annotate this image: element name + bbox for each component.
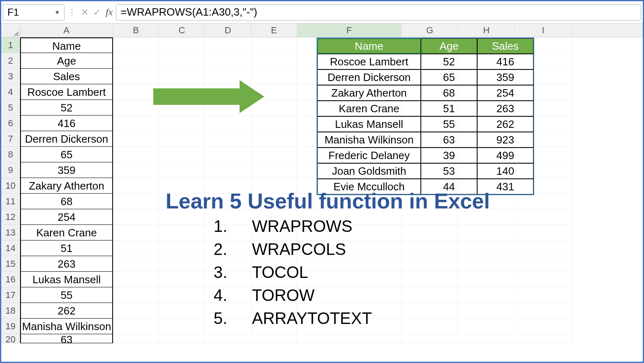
cell[interactable] [159,69,205,84]
cell[interactable] [402,272,458,287]
row-header[interactable]: 2 [1,53,20,69]
cell[interactable] [159,116,205,131]
col-header-B[interactable]: B [113,23,159,37]
cell[interactable] [458,319,515,334]
cell[interactable]: 52 [20,100,113,116]
row-header[interactable]: 16 [1,272,20,287]
cell[interactable] [113,194,159,209]
cell[interactable] [515,194,572,209]
cell[interactable] [113,256,159,272]
output-cell[interactable]: 51 [421,101,477,116]
cell[interactable] [113,319,159,334]
cell[interactable]: Lukas Mansell [20,272,113,287]
cell[interactable] [159,131,205,147]
cell[interactable] [402,225,458,240]
cell[interactable] [251,116,297,131]
row-header[interactable]: 6 [1,116,20,131]
cell[interactable] [113,178,159,194]
output-cell[interactable]: Joan Goldsmith [317,163,421,179]
col-header-I[interactable]: I [515,23,572,37]
cell[interactable]: 262 [20,303,113,319]
cell[interactable] [113,37,159,53]
output-cell[interactable]: 262 [477,116,533,132]
output-cell[interactable]: Roscoe Lambert [317,54,421,69]
output-cell[interactable]: 68 [421,85,477,101]
col-header-A[interactable]: A [20,23,113,37]
output-cell[interactable]: Lukas Mansell [317,116,421,132]
cell[interactable] [515,319,572,334]
row-header[interactable]: 3 [1,69,20,84]
cell[interactable] [113,334,159,343]
cell[interactable] [159,287,205,303]
row-header[interactable]: 17 [1,287,20,303]
row-header[interactable]: 11 [1,194,20,209]
output-cell[interactable]: 263 [477,101,533,116]
cell[interactable]: Name [20,37,113,53]
cell[interactable] [159,147,205,162]
cell[interactable] [515,287,572,303]
cell[interactable] [458,256,515,272]
output-cell[interactable]: 254 [477,85,533,101]
output-cell[interactable]: 52 [421,54,477,69]
cell[interactable] [515,303,572,319]
cancel-icon[interactable]: ✕ [81,7,88,18]
cell[interactable]: 65 [20,147,113,162]
cell[interactable] [113,287,159,303]
cell[interactable] [458,287,515,303]
cell[interactable] [113,303,159,319]
row-header[interactable]: 12 [1,209,20,225]
output-cell[interactable]: 65 [421,69,477,85]
cell[interactable] [159,53,205,69]
cell[interactable]: Karen Crane [20,225,113,240]
row-header[interactable]: 1 [1,37,20,53]
cell[interactable] [113,225,159,240]
cell[interactable] [402,334,458,343]
spreadsheet-grid[interactable]: A B C D E F G H I 1Name2Age3Sales4Roscoe… [1,23,643,362]
cell[interactable] [515,225,572,240]
cell[interactable] [251,131,297,147]
cell[interactable] [251,147,297,162]
cell[interactable]: 63 [20,334,113,343]
col-header-H[interactable]: H [458,23,515,37]
row-header[interactable]: 20 [1,334,20,343]
cell[interactable] [159,256,205,272]
cell[interactable] [159,162,205,178]
cell[interactable] [113,53,159,69]
cell[interactable]: 55 [20,287,113,303]
cell[interactable] [515,272,572,287]
accept-icon[interactable]: ✓ [93,7,101,18]
cell[interactable] [205,131,251,147]
cell[interactable]: 51 [20,240,113,256]
output-cell[interactable]: 416 [477,54,533,69]
cell[interactable]: Derren Dickerson [20,131,113,147]
select-all-corner[interactable] [1,23,20,37]
cell[interactable] [251,334,297,343]
row-header[interactable]: 8 [1,147,20,162]
cell[interactable] [113,69,159,84]
cell[interactable] [113,162,159,178]
col-header-C[interactable]: C [159,23,205,37]
cell[interactable]: Manisha Wilkinson [20,319,113,334]
cell[interactable] [205,147,251,162]
cell[interactable] [113,147,159,162]
output-cell[interactable]: Karen Crane [317,101,421,116]
col-header-F[interactable]: F [297,23,402,37]
output-cell[interactable]: 140 [477,163,533,179]
cell[interactable] [458,240,515,256]
cell[interactable] [159,240,205,256]
cell[interactable] [113,272,159,287]
row-header[interactable]: 4 [1,84,20,100]
cell[interactable] [113,240,159,256]
cell[interactable]: 68 [20,194,113,209]
output-header-sales[interactable]: Sales [477,38,533,54]
cell[interactable] [205,53,251,69]
output-cell[interactable]: 53 [421,163,477,179]
cell[interactable] [297,334,402,343]
formula-input[interactable]: =WRAPROWS(A1:A30,3,"-") [116,4,641,21]
cell[interactable]: Roscoe Lambert [20,84,113,100]
cell[interactable] [159,303,205,319]
row-header[interactable]: 7 [1,131,20,147]
cell[interactable]: 359 [20,162,113,178]
cell[interactable]: 263 [20,256,113,272]
cell[interactable]: 416 [20,116,113,131]
